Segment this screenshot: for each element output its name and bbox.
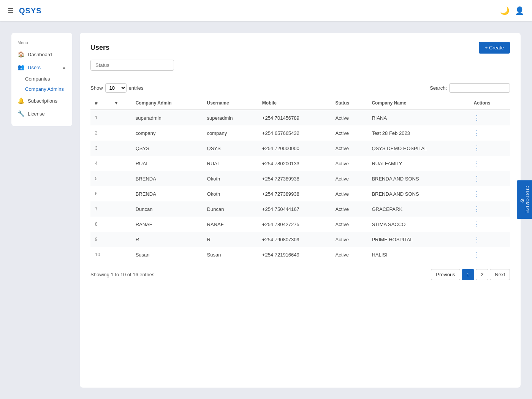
cell-company: Test 28 Feb 2023: [367, 125, 469, 141]
actions-menu-icon[interactable]: ⋮: [473, 205, 480, 213]
show-entries-control: Show 10 25 50 100 entries: [90, 83, 144, 93]
actions-menu-icon[interactable]: ⋮: [473, 144, 480, 152]
actions-menu-icon[interactable]: ⋮: [473, 114, 480, 122]
header-right: 🌙 👤: [500, 6, 524, 15]
next-button[interactable]: Next: [490, 269, 510, 280]
cell-mobile: +254 657665432: [258, 125, 331, 141]
cell-mobile: +254 780200133: [258, 156, 331, 171]
sidebar-item-company-admins[interactable]: Company Admins: [25, 84, 72, 94]
previous-button[interactable]: Previous: [431, 269, 460, 280]
table-row: 7 Duncan Duncan +254 750444167 Active GR…: [90, 201, 510, 217]
cell-status: Active: [331, 110, 367, 125]
cell-empty: [109, 232, 131, 247]
cell-actions[interactable]: ⋮: [469, 141, 510, 156]
cell-empty: [109, 110, 131, 125]
license-icon: 🔧: [17, 110, 25, 117]
cell-mobile: +254 727389938: [258, 186, 331, 201]
cell-empty: [109, 217, 131, 232]
main-content: Users + Create Show 10 25 50 100 entries…: [80, 33, 521, 388]
sidebar-item-companies[interactable]: Companies: [25, 74, 72, 84]
search-label: Search:: [430, 85, 447, 91]
cell-admin: BRENDA: [131, 186, 203, 201]
cell-empty: [109, 156, 131, 171]
table-row: 5 BRENDA Okoth +254 727389938 Active BRE…: [90, 171, 510, 186]
col-admin: Company Admin: [131, 97, 203, 110]
cell-mobile: +254 721916649: [258, 247, 331, 262]
cell-username: Susan: [203, 247, 258, 262]
sidebar-item-subscriptions[interactable]: 🔔 Subscriptions: [11, 94, 72, 107]
cell-admin: R: [131, 232, 203, 247]
customize-label: CUSTOMIZE: [525, 185, 530, 214]
cell-company: GRACEPARK: [367, 201, 469, 217]
cell-company: QSYS DEMO HOSPITAL: [367, 141, 469, 156]
cell-actions[interactable]: ⋮: [469, 201, 510, 217]
actions-menu-icon[interactable]: ⋮: [473, 250, 480, 259]
dashboard-icon: 🏠: [17, 51, 25, 58]
sidebar-item-subscriptions-label: Subscriptions: [28, 98, 57, 104]
cell-username: R: [203, 232, 258, 247]
cell-num: 2: [90, 125, 109, 141]
page-2-button[interactable]: 2: [476, 269, 488, 280]
cell-actions[interactable]: ⋮: [469, 156, 510, 171]
cell-company: RUAI FAMILY: [367, 156, 469, 171]
cell-actions[interactable]: ⋮: [469, 171, 510, 186]
main-layout: Menu 🏠 Dashboard 👥 Users ▲ Companies Com…: [0, 21, 532, 399]
cell-status: Active: [331, 217, 367, 232]
cell-num: 7: [90, 201, 109, 217]
cell-actions[interactable]: ⋮: [469, 110, 510, 125]
cell-num: 6: [90, 186, 109, 201]
table-header-row: # ▼ Company Admin Username Mobile Status…: [90, 97, 510, 110]
cell-username: Duncan: [203, 201, 258, 217]
cell-admin: RUAI: [131, 156, 203, 171]
cell-company: STIMA SACCO: [367, 217, 469, 232]
table-head: # ▼ Company Admin Username Mobile Status…: [90, 97, 510, 110]
sidebar-item-dashboard[interactable]: 🏠 Dashboard: [11, 48, 72, 61]
cell-company: BRENDA AND SONS: [367, 186, 469, 201]
cell-mobile: +254 701456789: [258, 110, 331, 125]
cell-company: BRENDA AND SONS: [367, 171, 469, 186]
table-row: 6 BRENDA Okoth +254 727389938 Active BRE…: [90, 186, 510, 201]
cell-username: company: [203, 125, 258, 141]
cell-admin: Duncan: [131, 201, 203, 217]
actions-menu-icon[interactable]: ⋮: [473, 159, 480, 168]
cell-empty: [109, 247, 131, 262]
actions-menu-icon[interactable]: ⋮: [473, 174, 480, 183]
hamburger-icon[interactable]: ☰: [8, 6, 14, 15]
sidebar-item-users[interactable]: 👥 Users ▲: [11, 61, 72, 74]
header-left: ☰ QSYS: [8, 6, 42, 15]
cell-company: PRIME HOSPITAL: [367, 232, 469, 247]
actions-menu-icon[interactable]: ⋮: [473, 220, 480, 228]
cell-admin: superadmin: [131, 110, 203, 125]
page-1-button[interactable]: 1: [462, 269, 474, 280]
cell-empty: [109, 171, 131, 186]
cell-actions[interactable]: ⋮: [469, 247, 510, 262]
table-controls: Show 10 25 50 100 entries Search:: [90, 83, 510, 93]
status-filter-input[interactable]: [90, 60, 174, 71]
entries-select[interactable]: 10 25 50 100: [105, 83, 127, 93]
showing-text: Showing 1 to 10 of 16 entries: [90, 272, 154, 277]
cell-company: RIANA: [367, 110, 469, 125]
sidebar-item-license[interactable]: 🔧 License: [11, 107, 72, 120]
cell-actions[interactable]: ⋮: [469, 217, 510, 232]
actions-menu-icon[interactable]: ⋮: [473, 235, 480, 244]
dark-mode-icon[interactable]: 🌙: [500, 6, 510, 15]
table-row: 8 RANAF RANAF +254 780427275 Active STIM…: [90, 217, 510, 232]
actions-menu-icon[interactable]: ⋮: [473, 190, 480, 198]
cell-actions[interactable]: ⋮: [469, 232, 510, 247]
app-header: ☰ QSYS 🌙 👤: [0, 0, 532, 21]
cell-company: HALISI: [367, 247, 469, 262]
brand-logo: QSYS: [19, 6, 42, 15]
account-icon[interactable]: 👤: [515, 6, 524, 15]
create-button[interactable]: + Create: [479, 42, 510, 54]
cell-actions[interactable]: ⋮: [469, 125, 510, 141]
customize-tab[interactable]: CUSTOMIZE ⚙: [517, 180, 532, 219]
users-icon: 👥: [17, 64, 25, 71]
sidebar-item-dashboard-label: Dashboard: [28, 52, 52, 57]
cell-username: Okoth: [203, 186, 258, 201]
actions-menu-icon[interactable]: ⋮: [473, 129, 480, 137]
cell-status: Active: [331, 171, 367, 186]
cell-admin: BRENDA: [131, 171, 203, 186]
cell-actions[interactable]: ⋮: [469, 186, 510, 201]
search-input[interactable]: [449, 83, 510, 93]
cell-username: RUAI: [203, 156, 258, 171]
